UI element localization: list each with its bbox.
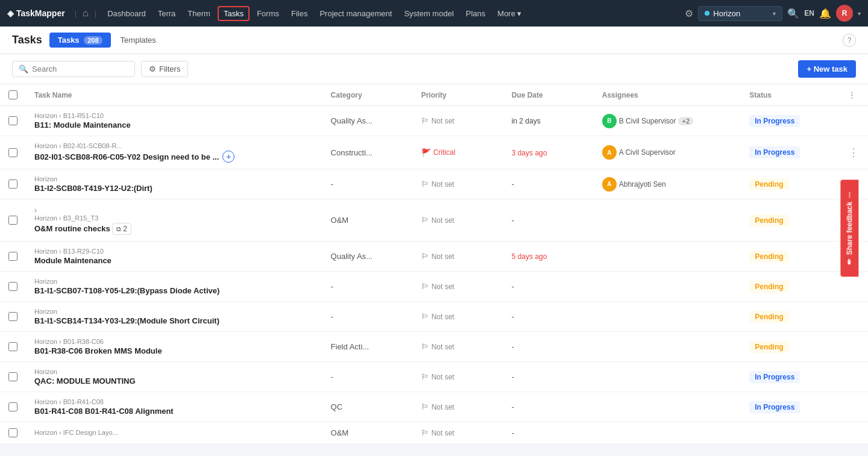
nav-item-files[interactable]: Files [286,7,312,20]
row-duedate-cell: - [503,422,594,444]
row-more-button[interactable]: ⋮ [848,146,860,159]
settings-icon[interactable]: ⚙ [685,8,693,19]
new-task-button[interactable]: + New task [798,60,856,78]
assignee-group: A Abhrajyoti Sen [602,177,733,192]
row-checkbox[interactable] [8,148,17,157]
task-name-label[interactable]: B01-R41-C08 B01-R41-C08 Alignment [34,407,174,416]
task-name-label[interactable]: B1-I1-SCB14-T134-Y03-L29:(Module Short C… [34,316,219,325]
row-checkbox[interactable] [8,342,17,351]
row-duedate-cell: 5 days ago [503,242,594,272]
row-checkbox[interactable] [8,428,17,437]
due-date-label: 5 days ago [512,252,547,261]
toolbar: 🔍 ⚙ Filters + New task [0,54,868,84]
row-checkbox[interactable] [8,216,17,225]
user-avatar[interactable]: R [836,5,853,22]
more-chevron-icon: ▾ [517,9,521,18]
nav-item-terra[interactable]: Terra [153,7,181,20]
task-name-label[interactable]: B1-I1-SCB07-T108-Y05-L29:(Bypass Diode A… [34,286,219,295]
status-badge: Pending [749,178,788,190]
nav-item-system-model[interactable]: System model [399,7,458,20]
feedback-dots-icon: ··· [846,192,854,198]
nav-item-forms[interactable]: Forms [252,7,284,20]
row-status-cell: Pending [741,332,840,362]
row-checkbox[interactable] [8,282,17,291]
task-name-label[interactable]: QAC: MODULE MOUNTING [34,376,136,386]
row-checkbox[interactable] [8,312,17,321]
nav-item-project-management[interactable]: Project management [315,7,397,20]
assignee-more-badge: +2 [678,117,693,125]
task-name-label[interactable]: B02-I01-SCB08-R06-C05-Y02 Design need to… [34,152,219,161]
priority-badge: 🏳 Not set [421,342,454,351]
due-date-label: - [512,283,514,291]
assignee-group: A A Civil Supervisor [602,145,733,160]
row-assignees-cell [594,199,741,242]
tab-templates[interactable]: Templates [112,33,165,48]
filters-button[interactable]: ⚙ Filters [141,61,188,77]
row-assignees-cell [594,272,741,302]
task-name-label[interactable]: B11: Module Maintenance [34,120,131,130]
nav-item-more[interactable]: More ▾ [492,7,526,20]
search-input[interactable] [32,64,128,73]
subtask-count-badge: ⧉ 2 [112,223,131,235]
search-box[interactable]: 🔍 [12,61,135,77]
nav-item-plans[interactable]: Plans [461,7,491,20]
row-priority-cell: 🏳 Not set [413,332,503,362]
column-options-icon[interactable]: ⋮ [848,91,855,99]
row-checkbox[interactable] [8,252,17,261]
task-name-label[interactable]: B1-I2-SCB08-T419-Y12-U2:(Dirt) [34,184,153,193]
row-assignees-cell [594,362,741,392]
language-selector[interactable]: EN [804,9,814,17]
row-duedate-cell: - [503,199,594,242]
select-all-checkbox[interactable] [8,90,17,99]
app-logo[interactable]: ◈ TaskMapper [7,8,65,18]
nav-item-tasks[interactable]: Tasks [218,6,250,21]
row-checkbox-cell [0,392,26,422]
row-checkbox-cell [0,422,26,444]
notifications-icon[interactable]: 🔔 [819,8,831,19]
due-date-label: - [512,429,514,437]
help-icon[interactable]: ? [843,34,856,47]
row-category-cell: O&M [322,422,413,444]
col-more-header: ⋮ [840,84,868,106]
table-row: HorizonB1-I2-SCB08-T419-Y12-U2:(Dirt)-🏳 … [0,169,868,199]
feedback-tab[interactable]: ✏ Share feedback ··· [841,180,859,276]
row-priority-cell: 🏳 Not set [413,302,503,332]
tasks-tbody: Horizon › B11-R51-C10B11: Module Mainten… [0,106,868,444]
nav-item-therm[interactable]: Therm [183,7,215,20]
row-checkbox[interactable] [8,180,17,189]
row-category-cell: O&M [322,199,413,242]
nav-item-dashboard[interactable]: Dashboard [102,7,151,20]
page-header: Tasks Tasks 208 Templates ? [0,27,868,54]
nav-home-button[interactable]: ⌂ [83,8,89,19]
add-subtask-button[interactable]: + [222,151,234,163]
task-name-label[interactable]: O&M routine checks [34,224,110,233]
table-row: HorizonB1-I1-SCB07-T108-Y05-L29:(Bypass … [0,272,868,302]
row-checkbox[interactable] [8,372,17,381]
task-name-label[interactable]: Module Maintenance [34,256,112,265]
search-icon[interactable]: 🔍 [787,8,799,19]
row-assignees-cell [594,332,741,362]
project-name: Horizon [713,9,740,18]
task-name-label[interactable]: B01-R38-C06 Broken MMS Module [34,346,162,355]
expand-icon[interactable]: › [34,205,37,214]
row-checkbox[interactable] [8,402,17,411]
logo-text: TaskMapper [16,8,65,18]
row-more-cell [840,362,868,392]
nav-right-controls: ⚙ Horizon ▾ 🔍 EN 🔔 R ▾ [685,5,861,22]
task-breadcrumb: Horizon › B3_R15_T3 [34,214,314,222]
status-badge: In Progress [749,146,800,158]
tab-tasks[interactable]: Tasks 208 [49,33,111,48]
row-priority-cell: 🏳 Not set [413,392,503,422]
project-chevron-icon: ▾ [773,10,776,17]
row-priority-cell: 🚩 Critical [413,136,503,169]
status-badge: In Progress [749,115,800,127]
row-assignees-cell [594,242,741,272]
row-checkbox[interactable] [8,116,17,125]
row-checkbox-cell [0,302,26,332]
project-dot-icon [705,11,709,16]
due-date-label: - [512,373,514,381]
project-selector[interactable]: Horizon ▾ [698,6,782,21]
row-taskname-cell: Horizon › B01-R41-C08B01-R41-C08 B01-R41… [26,392,322,422]
assignee-avatar: A [602,145,617,160]
top-navigation: ◈ TaskMapper | ⌂ | Dashboard Terra Therm… [0,0,868,27]
